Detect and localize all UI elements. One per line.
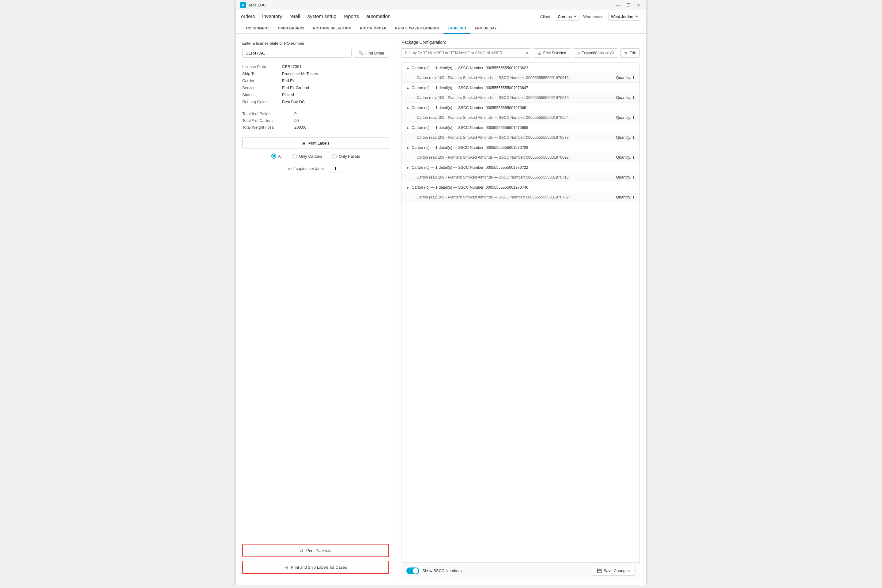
nav-orders[interactable]: orders — [241, 12, 255, 21]
warehouse-label: Warehouse: — [583, 14, 604, 19]
titlebar-left: A Arca LOC — [240, 2, 266, 8]
carton-header[interactable]: ▶Carton (ic) — 1 detail(s) — SSCC Number… — [402, 123, 639, 133]
license-plate-key: License Plate: — [242, 64, 282, 69]
carton-header[interactable]: ▶Carton (ic) — 1 detail(s) — SSCC Number… — [402, 182, 639, 193]
edit-button[interactable]: ✏ Edit — [621, 48, 640, 58]
minimize-button[interactable]: — — [614, 2, 622, 8]
filter-row: ✕ 🖨 Print Selected ⊞ Expand/Collapse All… — [402, 48, 640, 58]
show-sscc-toggle[interactable] — [406, 567, 419, 574]
search-icon: 🔍 — [358, 51, 363, 56]
print-labels-button[interactable]: 🖨 Print Labels — [242, 138, 389, 149]
radio-all[interactable]: All — [272, 154, 282, 159]
nav-automation[interactable]: automation — [366, 12, 390, 21]
menubar: orders inventory retail system setup rep… — [236, 10, 646, 23]
print-selected-button[interactable]: 🖨 Print Selected — [534, 48, 570, 58]
carton-header-text: Carton (ic) — 1 detail(s) — SSCC Number:… — [412, 86, 528, 90]
carton-quantity: Quantity: 1 — [616, 96, 634, 100]
carton-quantity: Quantity: 1 — [616, 175, 634, 180]
warehouse-dropdown[interactable]: West Jordan — [608, 13, 641, 21]
carton-detail-text: Carton (ea): 109 - Planters Smoked Almon… — [417, 155, 569, 159]
titlebar: A Arca LOC — ❐ ✕ — [236, 0, 646, 10]
radio-only-cartons[interactable]: Only Cartons — [292, 154, 322, 159]
carton-header[interactable]: ▶Carton (ic) — 1 detail(s) — SSCC Number… — [402, 82, 639, 93]
carton-group: ▶Carton (ic) — 1 detail(s) — SSCC Number… — [402, 123, 639, 142]
nav-retail[interactable]: retail — [290, 12, 300, 21]
expand-collapse-button[interactable]: ⊞ Expand/Collapse All — [573, 48, 618, 58]
copies-input[interactable] — [328, 165, 343, 172]
client-dropdown[interactable]: Cerritus — [555, 13, 579, 21]
carton-header[interactable]: ▶Carton (ic) — 1 detail(s) — SSCC Number… — [402, 142, 639, 153]
carton-group: ▶Carton (ic) — 1 detail(s) — SSCC Number… — [402, 142, 639, 162]
bottom-bar: Show SSCC Numbers 💾 Save Changes — [402, 562, 640, 579]
carton-header[interactable]: ▶Carton (ic) — 1 detail(s) — SSCC Number… — [402, 103, 639, 113]
enter-label: Enter a license plate or PO number: — [242, 41, 389, 46]
carton-quantity: Quantity: 1 — [616, 116, 634, 120]
print-packlists-button[interactable]: 🖨 Print Packlists — [242, 544, 389, 557]
filter-input[interactable] — [402, 48, 531, 58]
subnav-assignment[interactable]: ASSIGNMENT — [241, 23, 273, 34]
show-sscc-label: Show SSCC Numbers — [422, 568, 462, 573]
carton-header[interactable]: ▶Carton (ic) — 1 detail(s) — SSCC Number… — [402, 162, 639, 173]
carton-detail: Carton (ea): 109 - Planters Smoked Almon… — [402, 153, 639, 162]
carton-list: ▶Carton (ic) — 1 detail(s) — SSCC Number… — [402, 63, 640, 562]
package-config-label: Package Configuration: — [402, 40, 640, 45]
expand-arrow-icon: ▶ — [407, 126, 409, 129]
carton-group: ▶Carton (ic) — 1 detail(s) — SSCC Number… — [402, 103, 639, 123]
subnav-route-order[interactable]: ROUTE ORDER — [356, 23, 391, 34]
save-changes-button[interactable]: 💾 Save Changes — [592, 566, 635, 576]
toggle-row: Show SSCC Numbers — [406, 567, 462, 574]
ship-to-value: Processor McTestes — [282, 71, 389, 76]
main-nav: orders inventory retail system setup rep… — [241, 12, 390, 21]
close-button[interactable]: ✕ — [635, 2, 642, 8]
carton-detail-text: Carton (ea): 109 - Planters Smoked Almon… — [417, 76, 569, 80]
app-logo: A — [240, 2, 246, 8]
find-order-button[interactable]: 🔍 Find Order — [354, 49, 389, 58]
license-plate-value: CER47391 — [282, 64, 389, 69]
weight-value: 200.00 — [294, 124, 389, 130]
nav-inventory[interactable]: inventory — [262, 12, 282, 21]
carton-group: ▶Carton (ic) — 1 detail(s) — SSCC Number… — [402, 63, 639, 82]
carton-group: ▶Carton (ic) — 1 detail(s) — SSCC Number… — [402, 82, 639, 103]
print-ship-labels-button[interactable]: 🖨 Print and Ship Labels for Cases — [242, 561, 389, 574]
subnav-routing-selection[interactable]: ROUTING SELECTION — [309, 23, 356, 34]
main-content: Enter a license plate or PO number: 🔍 Fi… — [236, 34, 646, 585]
nav-system-setup[interactable]: system setup — [308, 12, 336, 21]
carton-detail-text: Carton (ea): 109 - Planters Smoked Almon… — [417, 195, 569, 200]
carton-header-text: Carton (ic) — 1 detail(s) — SSCC Number:… — [412, 106, 528, 110]
subnav-labeling[interactable]: LABELING — [444, 23, 470, 34]
expand-arrow-icon: ▶ — [407, 86, 409, 90]
routing-guide-value: Best Buy DC — [282, 99, 389, 105]
subnav-end-of-day[interactable]: END OF DAY — [470, 23, 501, 34]
carton-detail: Carton (ea): 109 - Planters Smoked Almon… — [402, 113, 639, 122]
carton-detail: Carton (ea): 109 - Planters Smoked Almon… — [402, 173, 639, 182]
filter-clear-icon[interactable]: ✕ — [525, 51, 529, 56]
carton-header-text: Carton (ic) — 1 detail(s) — SSCC Number:… — [412, 66, 528, 70]
carton-detail-text: Carton (ea): 109 - Planters Smoked Almon… — [417, 116, 569, 120]
carton-header-text: Carton (ic) — 1 detail(s) — SSCC Number:… — [412, 146, 528, 150]
maximize-button[interactable]: ❐ — [625, 2, 632, 8]
carton-header-text: Carton (ic) — 1 detail(s) — SSCC Number:… — [412, 185, 528, 190]
subnav-retail-wave-planning[interactable]: RETAIL WAVE PLANNING — [391, 23, 444, 34]
carton-group: ▶Carton (ic) — 1 detail(s) — SSCC Number… — [402, 162, 639, 182]
service-value: Fed Ex Ground — [282, 85, 389, 91]
print-options-row: All Only Cartons Only Pallets — [242, 154, 389, 159]
radio-only-pallets[interactable]: Only Pallets — [332, 154, 360, 159]
routing-guide-key: Routing Guide: — [242, 99, 282, 105]
carton-detail: Carton (ea): 109 - Planters Smoked Almon… — [402, 73, 639, 82]
carton-detail-text: Carton (ea): 109 - Planters Smoked Almon… — [417, 175, 569, 180]
expand-collapse-icon: ⊞ — [577, 51, 580, 55]
titlebar-controls: — ❐ ✕ — [614, 2, 642, 8]
nav-reports[interactable]: reports — [344, 12, 359, 21]
carton-detail-text: Carton (ea): 109 - Planters Smoked Almon… — [417, 135, 569, 140]
weight-key: Total Weight (lbs): — [242, 124, 294, 130]
subnav-open-orders[interactable]: OPEN ORDERS — [273, 23, 309, 34]
carton-header[interactable]: ▶Carton (ic) — 1 detail(s) — SSCC Number… — [402, 63, 639, 73]
carton-header-text: Carton (ic) — 1 detail(s) — SSCC Number:… — [412, 165, 528, 170]
printer-ship-icon: 🖨 — [285, 565, 288, 570]
license-plate-input[interactable] — [242, 49, 352, 58]
service-key: Service: — [242, 85, 282, 91]
carton-quantity: Quantity: 1 — [616, 195, 634, 200]
status-key: Status: — [242, 92, 282, 98]
save-icon: 💾 — [597, 568, 602, 573]
radio-only-pallets-circle — [332, 154, 337, 159]
